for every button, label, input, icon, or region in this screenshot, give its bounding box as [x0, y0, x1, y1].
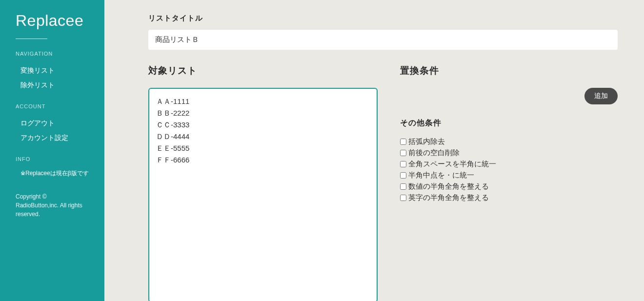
- condition-label[interactable]: 数値の半角全角を整える: [408, 182, 489, 191]
- nav-section-title: INFO: [16, 156, 89, 162]
- condition-label[interactable]: 半角中点を・に統一: [408, 171, 474, 180]
- replace-conditions-heading: 置換条件: [400, 64, 618, 77]
- condition-label[interactable]: 英字の半角全角を整える: [408, 193, 489, 202]
- condition-item: 括弧内除去: [400, 137, 618, 146]
- nav-section-account: ACCOUNT ログアウト アカウント設定: [16, 103, 89, 145]
- sidebar-item-convert-list[interactable]: 変換リスト: [16, 63, 89, 78]
- add-button-row: 追加: [400, 88, 618, 104]
- app-logo: Replacee: [16, 12, 89, 30]
- condition-item: 半角中点を・に統一: [400, 171, 618, 180]
- copyright-text: Copyright © RadioButton,inc. All rights …: [16, 192, 89, 219]
- nav-section-title: NAVIGATION: [16, 51, 89, 57]
- condition-item: 全角スペースを半角に統一: [400, 160, 618, 169]
- nav-section-navigation: NAVIGATION 変換リスト 除外リスト: [16, 51, 89, 93]
- add-condition-button[interactable]: 追加: [584, 88, 618, 104]
- nav-items: 変換リスト 除外リスト: [16, 63, 89, 93]
- target-list-column: 対象リスト: [148, 64, 378, 301]
- condition-label[interactable]: 全角スペースを半角に統一: [408, 160, 496, 169]
- condition-item: 数値の半角全角を整える: [400, 182, 618, 191]
- condition-checkbox-alpha-width[interactable]: [400, 195, 406, 201]
- condition-checkbox-remove-brackets[interactable]: [400, 139, 406, 145]
- list-title-label: リストタイトル: [148, 14, 618, 23]
- nav-section-title: ACCOUNT: [16, 103, 89, 109]
- nav-section-info: INFO ※Replaceeは現在β版です: [16, 156, 89, 178]
- main-content: リストタイトル 対象リスト 置換条件 追加 その他条件 括弧内除去 前後の空白削…: [104, 0, 644, 301]
- target-list-heading: 対象リスト: [148, 64, 378, 77]
- other-conditions-list: 括弧内除去 前後の空白削除 全角スペースを半角に統一 半角中点を・に統一 数値の…: [400, 137, 618, 202]
- list-title-input[interactable]: [148, 30, 618, 50]
- nav-items: ログアウト アカウント設定: [16, 116, 89, 145]
- conditions-column: 置換条件 追加 その他条件 括弧内除去 前後の空白削除 全角スペースを半角に統一: [400, 64, 618, 301]
- other-conditions-heading: その他条件: [400, 118, 618, 128]
- condition-checkbox-halfwidth-dot[interactable]: [400, 172, 406, 179]
- condition-label[interactable]: 前後の空白削除: [408, 148, 460, 158]
- sidebar-item-logout[interactable]: ログアウト: [16, 116, 89, 131]
- condition-item: 英字の半角全角を整える: [400, 193, 618, 202]
- condition-checkbox-fullwidth-space[interactable]: [400, 161, 406, 167]
- sidebar-item-account-settings[interactable]: アカウント設定: [16, 131, 89, 145]
- sidebar-divider: [16, 39, 47, 39]
- columns: 対象リスト 置換条件 追加 その他条件 括弧内除去 前後の空白削除: [148, 64, 618, 301]
- condition-checkbox-number-width[interactable]: [400, 183, 406, 190]
- condition-label[interactable]: 括弧内除去: [408, 137, 445, 146]
- sidebar: Replacee NAVIGATION 変換リスト 除外リスト ACCOUNT …: [0, 0, 104, 301]
- condition-item: 前後の空白削除: [400, 148, 618, 158]
- beta-notice: ※Replaceeは現在β版です: [16, 169, 89, 178]
- sidebar-item-exclude-list[interactable]: 除外リスト: [16, 78, 89, 93]
- condition-checkbox-trim-spaces[interactable]: [400, 150, 406, 156]
- target-list-textarea[interactable]: [148, 88, 378, 301]
